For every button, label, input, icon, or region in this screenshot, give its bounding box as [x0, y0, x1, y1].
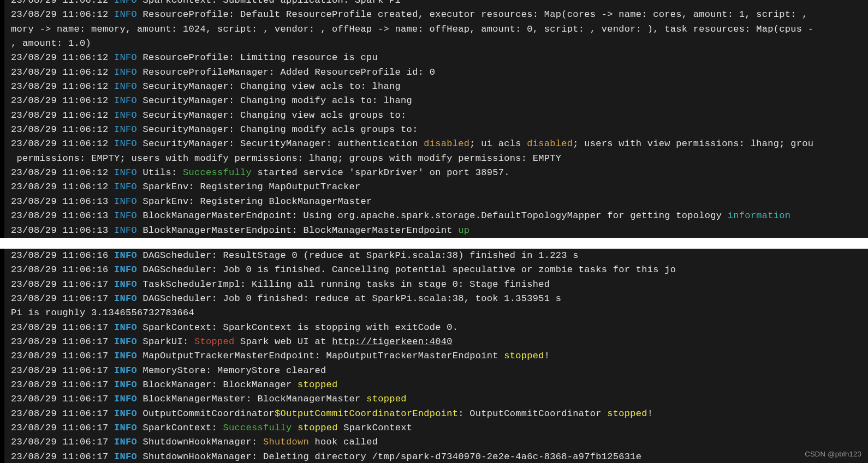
- log-line: 23/08/29 11:06:12 INFO ResourceProfile: …: [11, 51, 868, 65]
- log-line: Pi is roughly 3.1346556732783664: [11, 306, 868, 320]
- log-line: 23/08/29 11:06:17 INFO MapOutputTrackerM…: [11, 349, 868, 363]
- log-line: 23/08/29 11:06:12 INFO SecurityManager: …: [11, 137, 868, 151]
- terminal-output-top[interactable]: 23/08/29 11:06:12 INFO SparkContext: Sub…: [0, 0, 868, 238]
- log-line: 23/08/29 11:06:12 INFO Utils: Successful…: [11, 166, 868, 180]
- log-line: 23/08/29 11:06:17 INFO TaskSchedulerImpl…: [11, 278, 868, 292]
- log-line: 23/08/29 11:06:13 INFO BlockManagerMaste…: [11, 224, 868, 238]
- log-line: 23/08/29 11:06:17 INFO SparkContext: Suc…: [11, 421, 868, 435]
- log-line: 23/08/29 11:06:17 INFO SparkContext: Spa…: [11, 321, 868, 335]
- log-line: 23/08/29 11:06:13 INFO SparkEnv: Registe…: [11, 195, 868, 209]
- log-line: 23/08/29 11:06:12 INFO SecurityManager: …: [11, 94, 868, 108]
- log-line: 23/08/29 11:06:17 INFO SparkUI: Stopped …: [11, 335, 868, 349]
- log-line: 23/08/29 11:06:12 INFO SecurityManager: …: [11, 80, 868, 94]
- log-line: 23/08/29 11:06:17 INFO ShutdownHookManag…: [11, 435, 868, 449]
- log-line: 23/08/29 11:06:12 INFO ResourceProfileMa…: [11, 65, 868, 80]
- log-line: 23/08/29 11:06:12 INFO SecurityManager: …: [11, 109, 868, 123]
- log-line: 23/08/29 11:06:17 INFO BlockManagerMaste…: [11, 392, 868, 406]
- log-line: 23/08/29 11:06:17 INFO DAGScheduler: Job…: [11, 292, 868, 306]
- log-line: 23/08/29 11:06:16 INFO DAGScheduler: Res…: [11, 249, 868, 263]
- log-line: 23/08/29 11:06:12 INFO SparkContext: Sub…: [11, 0, 868, 8]
- csdn-watermark: CSDN @pblh123: [805, 449, 861, 460]
- log-line: 23/08/29 11:06:12 INFO SecurityManager: …: [11, 123, 868, 137]
- terminal-output-bottom[interactable]: 23/08/29 11:06:16 INFO DAGScheduler: Res…: [0, 249, 868, 463]
- log-line: , amount: 1.0): [11, 37, 868, 51]
- log-line: 23/08/29 11:06:12 INFO SparkEnv: Registe…: [11, 180, 868, 194]
- log-line: 23/08/29 11:06:17 INFO BlockManager: Blo…: [11, 378, 868, 392]
- log-line: mory -> name: memory, amount: 1024, scri…: [11, 22, 868, 37]
- log-line: 23/08/29 11:06:17 INFO OutputCommitCoord…: [11, 407, 868, 421]
- log-line: permissions: EMPTY; users with modify pe…: [11, 152, 868, 166]
- log-line: 23/08/29 11:06:12 INFO ResourceProfile: …: [11, 8, 868, 22]
- log-line: 23/08/29 11:06:16 INFO DAGScheduler: Job…: [11, 263, 868, 277]
- log-line: 23/08/29 11:06:17 INFO ShutdownHookManag…: [11, 450, 868, 463]
- log-line: 23/08/29 11:06:17 INFO MemoryStore: Memo…: [11, 364, 868, 378]
- log-line: 23/08/29 11:06:13 INFO BlockManagerMaste…: [11, 209, 868, 223]
